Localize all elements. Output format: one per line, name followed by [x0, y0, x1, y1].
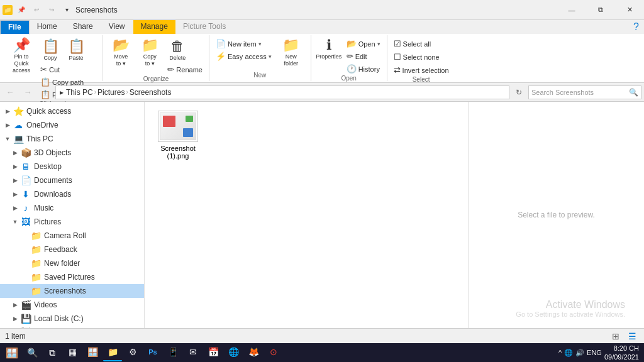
expand-quick-access[interactable]: ▶ — [3, 106, 13, 116]
open-button[interactable]: 📂 Open ▾ — [344, 38, 383, 50]
properties-button[interactable]: ℹ Properties — [315, 36, 343, 62]
taskbar-widgets[interactable]: ▦ — [63, 344, 82, 361]
quick-access-pin-btn[interactable]: 📌 — [15, 4, 28, 16]
search-placeholder: Search Screenshots — [531, 89, 626, 96]
taskbar-mail[interactable]: ✉ — [184, 344, 203, 361]
select-none-button[interactable]: ☐ Select none — [391, 51, 452, 63]
system-clock[interactable]: 8:20 CH 09/09/2021 — [604, 344, 639, 362]
minimize-button[interactable]: — — [557, 0, 586, 20]
copy-button[interactable]: 📋 Copy — [38, 38, 63, 63]
breadcrumb-screenshots[interactable]: Screenshots — [130, 88, 172, 97]
sidebar-item-local-disk-c[interactable]: ▶ 💾 Local Disk (C:) — [0, 312, 144, 326]
expand-music[interactable]: ▶ — [10, 203, 20, 213]
maximize-button[interactable]: ⧉ — [586, 0, 615, 20]
sidebar-item-screenshots[interactable]: 📁 Screenshots — [0, 284, 144, 298]
refresh-button[interactable]: ↻ — [512, 85, 526, 99]
new-item-button[interactable]: 📄 New item ▾ — [213, 38, 274, 50]
help-icon[interactable]: ? — [633, 21, 639, 33]
breadcrumb-thispc[interactable]: This PC — [66, 88, 93, 97]
onedrive-icon: ☁ — [13, 119, 24, 131]
sidebar-item-this-pc[interactable]: ▼ 💻 This PC — [0, 132, 144, 146]
pictures-label: Pictures — [34, 217, 61, 226]
expand-3d[interactable]: ▶ — [10, 148, 20, 158]
file-screenshot[interactable]: Screenshot(1).png — [150, 107, 206, 163]
expand-onedrive[interactable]: ▶ — [3, 120, 13, 130]
expand-desktop[interactable]: ▶ — [10, 162, 20, 172]
copy-to-button[interactable]: 📁 Copyto ▾ — [136, 36, 164, 69]
sidebar-item-feedback[interactable]: 📁 Feedback — [0, 243, 144, 256]
pictures-icon: 🖼 — [20, 216, 31, 228]
expand-this-pc[interactable]: ▼ — [3, 134, 13, 144]
taskbar-store[interactable]: 🪟 — [83, 344, 102, 361]
tab-manage[interactable]: Manage — [133, 20, 175, 34]
sidebar-item-onedrive[interactable]: ▶ ☁ OneDrive — [0, 118, 144, 132]
sidebar-item-desktop[interactable]: ▶ 🖥 Desktop — [0, 160, 144, 173]
breadcrumb-pictures[interactable]: Pictures — [97, 88, 125, 97]
invert-selection-button[interactable]: ⇄ Invert selection — [391, 64, 452, 76]
search-bar[interactable]: Search Screenshots 🔍 — [528, 85, 641, 99]
quick-access-redo-btn[interactable]: ↪ — [45, 4, 58, 16]
tab-picture-tools[interactable]: Picture Tools — [175, 20, 234, 34]
expand-pictures[interactable]: ▼ — [10, 217, 20, 227]
tray-chevron[interactable]: ^ — [558, 349, 562, 356]
forward-button[interactable]: → — [20, 85, 35, 100]
taskbar-chrome[interactable]: ⊙ — [264, 344, 283, 361]
sidebar-item-documents[interactable]: ▶ 📄 Documents — [0, 173, 144, 187]
new-folder-button[interactable]: 📁 Newfolder — [275, 36, 307, 69]
open-label: Open — [358, 40, 375, 48]
sidebar-item-pictures[interactable]: ▼ 🖼 Pictures — [0, 215, 144, 229]
paste-button[interactable]: 📋 Paste — [64, 38, 89, 63]
back-button[interactable]: ← — [3, 85, 18, 100]
mini-screenshot — [160, 112, 196, 140]
taskbar-firefox[interactable]: 🦊 — [244, 344, 263, 361]
sidebar-item-music[interactable]: ▶ ♪ Music — [0, 201, 144, 215]
large-icons-view-btn[interactable]: ⊞ — [609, 330, 623, 343]
task-view-button[interactable]: ⧉ — [43, 344, 62, 361]
tab-share[interactable]: Share — [65, 20, 101, 34]
search-button[interactable]: 🔍 — [23, 344, 42, 361]
tab-view[interactable]: View — [101, 20, 133, 34]
close-button[interactable]: ✕ — [615, 0, 644, 20]
taskbar-settings[interactable]: ⚙ — [123, 344, 142, 361]
search-icon[interactable]: 🔍 — [629, 88, 638, 97]
item-count: 1 item — [5, 332, 26, 341]
taskbar-teams[interactable]: 📱 — [164, 344, 182, 361]
quick-access-undo-btn[interactable]: ↩ — [30, 4, 43, 16]
sidebar-item-new-folder[interactable]: 📁 New folder — [0, 256, 144, 270]
cut-button[interactable]: ✂ Cut — [38, 63, 99, 75]
expand-videos[interactable]: ▶ — [10, 300, 20, 310]
delete-button[interactable]: 🗑 Delete — [165, 38, 190, 63]
tab-home[interactable]: Home — [30, 20, 65, 34]
expand-downloads[interactable]: ▶ — [10, 189, 20, 199]
sidebar-item-downloads[interactable]: ▶ ⬇ Downloads — [0, 187, 144, 201]
sidebar-item-camera-roll[interactable]: 📁 Camera Roll — [0, 229, 144, 243]
up-button[interactable]: ↑ — [38, 85, 53, 100]
details-view-btn[interactable]: ☰ — [625, 330, 639, 343]
rename-button[interactable]: ✏ Rename — [165, 63, 205, 75]
taskbar-ps[interactable]: Ps — [143, 344, 162, 361]
address-bar[interactable]: ▸ This PC › Pictures › Screenshots — [55, 85, 509, 99]
start-button[interactable]: 🪟 — [3, 344, 21, 361]
tab-file[interactable]: File — [0, 20, 30, 35]
expand-documents[interactable]: ▶ — [10, 175, 20, 185]
history-button[interactable]: 🕐 History — [344, 63, 383, 75]
edit-button[interactable]: ✏ Edit — [344, 50, 383, 62]
sidebar-item-quick-access[interactable]: ▶ ⭐ Quick access — [0, 104, 144, 118]
tray-language[interactable]: ENG — [587, 349, 602, 356]
preview-empty-text: Select a file to preview. — [518, 211, 595, 219]
mini-green — [186, 116, 193, 122]
pin-to-quick-access-button[interactable]: 📌 Pin to Quickaccess — [6, 36, 36, 75]
taskbar-explorer[interactable]: 📁 — [103, 344, 122, 361]
taskbar-calendar[interactable]: 📅 — [204, 344, 223, 361]
taskbar-edge[interactable]: 🌐 — [224, 344, 243, 361]
easy-access-button[interactable]: ⚡ Easy access ▾ — [213, 50, 274, 62]
move-to-button[interactable]: 📂 Moveto ▾ — [107, 36, 135, 69]
sidebar-item-saved-pictures[interactable]: 📁 Saved Pictures — [0, 270, 144, 284]
select-all-button[interactable]: ☑ Select all — [391, 38, 452, 50]
open-icon: 📂 — [347, 39, 357, 48]
sidebar-item-videos[interactable]: ▶ 🎬 Videos — [0, 298, 144, 312]
expand-c[interactable]: ▶ — [10, 314, 20, 324]
quick-access-dropdown-btn[interactable]: ▾ — [60, 4, 73, 16]
sidebar-item-3d-objects[interactable]: ▶ 📦 3D Objects — [0, 146, 144, 160]
sep1: › — [94, 89, 96, 96]
